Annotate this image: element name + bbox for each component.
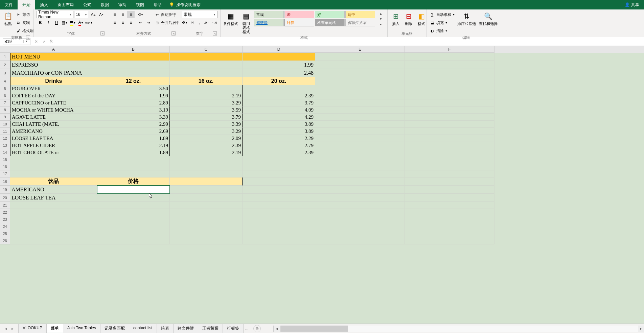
cell[interactable]: [243, 202, 315, 209]
sheet-tab[interactable]: VLOOKUP: [18, 324, 47, 333]
cell[interactable]: [97, 186, 170, 194]
increase-indent-button[interactable]: ⇥: [145, 19, 152, 26]
cell[interactable]: [405, 121, 495, 128]
styles-scroll-down[interactable]: ▼: [377, 16, 385, 22]
cell[interactable]: 3.89: [243, 128, 315, 135]
dialog-launcher-icon[interactable]: ↘: [26, 35, 30, 40]
cell[interactable]: [243, 230, 315, 237]
cell[interactable]: [405, 85, 495, 92]
tab-view[interactable]: 视图: [131, 0, 149, 9]
scroll-thumb[interactable]: [280, 326, 348, 332]
cell[interactable]: 3.79: [170, 114, 243, 121]
cell[interactable]: [315, 163, 405, 170]
row-header[interactable]: 20: [0, 194, 10, 202]
row-header[interactable]: 3: [0, 69, 10, 77]
cell[interactable]: HOT MENU: [10, 53, 97, 61]
format-as-table-button[interactable]: ▤套用 表格格式: [240, 11, 252, 34]
cell[interactable]: [10, 237, 97, 244]
tab-review[interactable]: 审阅: [114, 0, 131, 9]
cell[interactable]: [405, 99, 495, 106]
insert-cells-button[interactable]: ⊞插入: [390, 11, 401, 26]
styles-scroll-up[interactable]: ▲: [377, 11, 385, 16]
add-sheet-button[interactable]: ⊕: [253, 325, 261, 332]
autosum-button[interactable]: ∑自动求和▼: [430, 11, 455, 18]
cell[interactable]: [405, 128, 495, 135]
style-good[interactable]: 好: [315, 11, 345, 18]
scroll-right-button[interactable]: ▸: [638, 326, 644, 332]
cell[interactable]: [97, 194, 170, 202]
increase-decimal-button[interactable]: .0→: [204, 19, 210, 26]
cell[interactable]: [97, 163, 170, 170]
style-explanatory[interactable]: 解释性文本: [345, 19, 375, 26]
sheet-tab[interactable]: contact list: [129, 324, 157, 333]
cell[interactable]: 16 oz.: [170, 77, 243, 85]
cell[interactable]: HOT APPLE CIDER: [10, 142, 97, 149]
phonetic-button[interactable]: wén▼: [85, 19, 93, 26]
row-header[interactable]: 13: [0, 142, 10, 149]
cell[interactable]: [10, 209, 97, 216]
cell[interactable]: 3.29: [170, 128, 243, 135]
fill-button[interactable]: ⬓填充▼: [430, 19, 455, 26]
cell[interactable]: 2.48: [243, 69, 315, 77]
copy-button[interactable]: ⧉复制: [16, 19, 33, 26]
sheet-tab[interactable]: 跨文件簿: [173, 324, 198, 333]
italic-button[interactable]: I: [45, 19, 52, 26]
cell[interactable]: LOOSE LEAF TEA: [10, 135, 97, 142]
cell[interactable]: [170, 177, 243, 186]
cell[interactable]: CAPPUCCINO or LATTE: [10, 99, 97, 106]
column-header[interactable]: E: [315, 46, 405, 53]
tab-file[interactable]: 文件: [0, 0, 18, 9]
cell[interactable]: 2.39: [243, 149, 315, 156]
align-middle-button[interactable]: ≡: [119, 11, 127, 18]
cell[interactable]: 2.99: [97, 121, 170, 128]
cell[interactable]: [315, 170, 405, 177]
share-button[interactable]: 👤 共享: [620, 2, 644, 8]
cell[interactable]: [97, 216, 170, 223]
style-calc[interactable]: 计算: [284, 19, 314, 26]
cell[interactable]: [10, 230, 97, 237]
cell[interactable]: 1.89: [97, 135, 170, 142]
row-header[interactable]: 21: [0, 202, 10, 209]
cell[interactable]: [315, 114, 405, 121]
cell[interactable]: [405, 177, 495, 186]
row-header[interactable]: 26: [0, 237, 10, 244]
cell[interactable]: 3.39: [170, 121, 243, 128]
format-painter-button[interactable]: 🖌格式刷: [16, 27, 33, 34]
cell[interactable]: [315, 230, 405, 237]
cell[interactable]: 3.39: [97, 114, 170, 121]
row-header[interactable]: 25: [0, 230, 10, 237]
cell[interactable]: [243, 53, 315, 61]
cell[interactable]: [170, 202, 243, 209]
font-size-combo[interactable]: 16▼: [74, 11, 89, 18]
sheet-more[interactable]: ...: [243, 326, 251, 331]
row-header[interactable]: 23: [0, 216, 10, 223]
row-header[interactable]: 10: [0, 121, 10, 128]
row-header[interactable]: 5: [0, 85, 10, 92]
enter-formula-button[interactable]: ✓: [40, 38, 48, 45]
cell[interactable]: 2.09: [170, 135, 243, 142]
cell[interactable]: [405, 77, 495, 85]
cell[interactable]: [315, 77, 405, 85]
cell[interactable]: COFFEE of the DAY: [10, 92, 97, 99]
cell[interactable]: [315, 99, 405, 106]
cell[interactable]: [405, 163, 495, 170]
fx-icon[interactable]: fx: [50, 39, 53, 44]
cell[interactable]: POUR-OVER: [10, 85, 97, 92]
row-header[interactable]: 24: [0, 223, 10, 230]
cell[interactable]: [170, 194, 243, 202]
dialog-launcher-icon[interactable]: ↘: [100, 31, 105, 35]
cell[interactable]: [170, 85, 243, 92]
cell[interactable]: 2.19: [170, 149, 243, 156]
percent-format-button[interactable]: %: [189, 19, 196, 26]
worksheet-grid[interactable]: ABCDEF 1HOT MENU2ESPRESSO1.993MACCHIATO …: [0, 46, 644, 324]
decrease-indent-button[interactable]: ⇤: [137, 19, 144, 26]
tab-home[interactable]: 开始: [18, 0, 35, 9]
cell[interactable]: [405, 202, 495, 209]
cell[interactable]: [405, 186, 495, 194]
cell[interactable]: 2.19: [97, 142, 170, 149]
cell[interactable]: [97, 237, 170, 244]
cancel-formula-button[interactable]: ✕: [32, 38, 40, 45]
cell[interactable]: [405, 209, 495, 216]
cell[interactable]: [315, 121, 405, 128]
cell[interactable]: [315, 92, 405, 99]
